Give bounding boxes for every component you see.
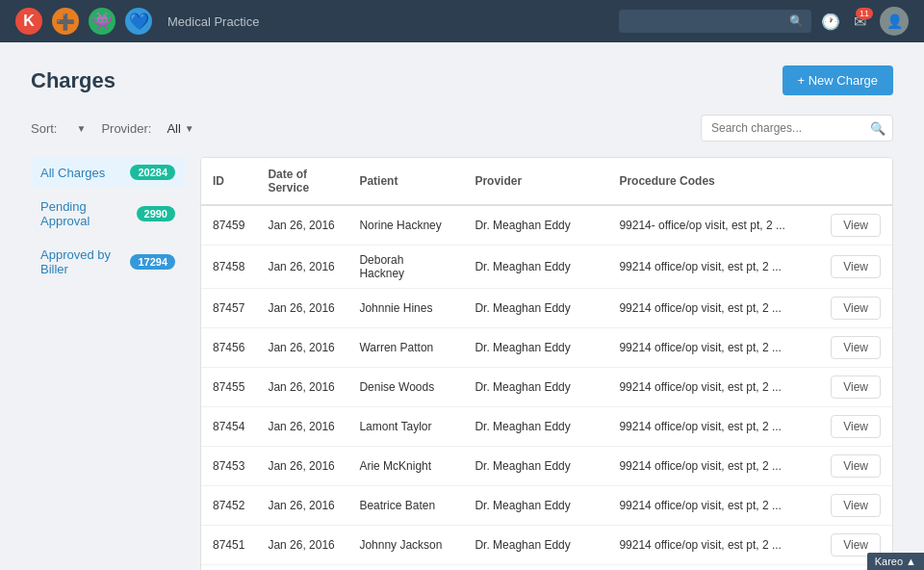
cell-provider: Dr. Meaghan Eddy (463, 565, 607, 571)
cell-date: Jan 26, 2016 (256, 246, 347, 289)
cell-patient: Warren Patton (347, 328, 463, 368)
sort-dropdown[interactable]: ▼ (72, 123, 86, 134)
col-header-action (819, 158, 892, 205)
history-button[interactable]: 🕐 (821, 13, 840, 31)
user-avatar[interactable]: 👤 (880, 7, 909, 36)
logo-k[interactable]: K (15, 8, 42, 35)
sidebar: All Charges 20284 Pending Approval 2990 … (31, 157, 185, 570)
cell-action: View (819, 486, 892, 526)
nav-icon-heart[interactable]: 💙 (125, 8, 152, 35)
sidebar-item-approved-biller[interactable]: Approved by Biller 17294 (31, 240, 185, 284)
notifications-button[interactable]: ✉ 11 (854, 13, 866, 31)
cell-provider: Dr. Meaghan Eddy (463, 486, 607, 526)
cell-codes: 99214 office/op visit, est pt, 2 ... (607, 526, 819, 565)
cell-provider: Dr. Meaghan Eddy (463, 328, 607, 368)
cell-action: View (819, 447, 892, 486)
cell-date: Jan 26, 2016 (256, 368, 347, 407)
bottom-bar-label: Kareo ▲ (875, 556, 916, 567)
view-button[interactable]: View (831, 336, 881, 359)
table-row: 87452 Jan 26, 2016 Beatrice Baten Dr. Me… (201, 486, 892, 526)
cell-codes: 99214 office/op visit, est pt, 2 ... (607, 328, 819, 368)
cell-codes: 99214 office/op visit, est pt, 2 ... (607, 565, 819, 571)
cell-provider: Dr. Meaghan Eddy (463, 526, 607, 565)
nav-icon-plus[interactable]: ➕ (52, 8, 79, 35)
cell-provider: Dr. Meaghan Eddy (463, 205, 607, 246)
cell-codes: 99214 office/op visit, est pt, 2 ... (607, 289, 819, 328)
table-row: 87456 Jan 26, 2016 Warren Patton Dr. Mea… (201, 328, 892, 368)
table-row: 87459 Jan 26, 2016 Norine Hackney Dr. Me… (201, 205, 892, 246)
cell-date: Jan 26, 2016 (256, 526, 347, 565)
provider-label: Provider: (101, 121, 151, 136)
view-button[interactable]: View (831, 297, 881, 320)
cell-id: 87455 (201, 368, 256, 407)
table-row: 87454 Jan 26, 2016 Lamont Taylor Dr. Mea… (201, 407, 892, 447)
cell-action: View (819, 328, 892, 368)
cell-patient: Johnny Jackson (347, 526, 463, 565)
cell-codes: 99214 office/op visit, est pt, 2 ... (607, 486, 819, 526)
filter-left: Sort: ▼ Provider: All ▼ (31, 121, 194, 136)
cell-provider: Dr. Meaghan Eddy (463, 289, 607, 328)
provider-dropdown[interactable]: All ▼ (167, 121, 193, 136)
sidebar-approved-badge: 17294 (130, 254, 175, 270)
cell-action: View (819, 368, 892, 407)
nav-actions: 🕐 ✉ 11 👤 (821, 7, 909, 36)
view-button[interactable]: View (831, 214, 881, 237)
provider-chevron-icon: ▼ (185, 123, 194, 134)
cell-patient: Denise Woods (347, 368, 463, 407)
cell-action: View (819, 246, 892, 289)
cell-id: 87450 (201, 565, 256, 571)
global-search-input[interactable] (619, 10, 811, 33)
cell-codes: 99214 office/op visit, est pt, 2 ... (607, 368, 819, 407)
view-button[interactable]: View (831, 376, 881, 399)
col-header-date: Date of Service (256, 158, 347, 205)
table-header: ID Date of Service Patient Provider Proc… (201, 158, 892, 205)
cell-id: 87457 (201, 289, 256, 328)
cell-provider: Dr. Meaghan Eddy (463, 368, 607, 407)
cell-date: Jan 26, 2016 (256, 205, 347, 246)
bottom-bar[interactable]: Kareo ▲ (867, 553, 924, 570)
cell-patient: Arie McKnight (347, 447, 463, 486)
cell-id: 87454 (201, 407, 256, 447)
nav-icon-alien[interactable]: 👾 (89, 8, 116, 35)
cell-patient: Dwayne Bell (347, 565, 463, 571)
sidebar-pending-label: Pending Approval (40, 199, 137, 228)
main-content: Charges + New Charge Sort: ▼ Provider: A… (0, 42, 924, 570)
sidebar-item-pending-approval[interactable]: Pending Approval 2990 (31, 192, 185, 236)
view-button[interactable]: View (831, 255, 881, 278)
top-navigation: K ➕ 👾 💙 Medical Practice 🔍 🕐 ✉ 11 👤 (0, 0, 924, 42)
col-header-provider: Provider (463, 158, 607, 205)
table-row: 87451 Jan 26, 2016 Johnny Jackson Dr. Me… (201, 526, 892, 565)
cell-id: 87459 (201, 205, 256, 246)
cell-date: Jan 26, 2016 (256, 328, 347, 368)
cell-patient: Johnnie Hines (347, 289, 463, 328)
cell-provider: Dr. Meaghan Eddy (463, 447, 607, 486)
new-charge-button[interactable]: + New Charge (783, 65, 893, 95)
cell-codes: 99214- office/op visit, est pt, 2 ... (607, 205, 819, 246)
cell-action: View (819, 407, 892, 447)
cell-id: 87453 (201, 447, 256, 486)
cell-action: View (819, 289, 892, 328)
cell-id: 87456 (201, 328, 256, 368)
table-row: 87457 Jan 26, 2016 Johnnie Hines Dr. Mea… (201, 289, 892, 328)
table-row: 87458 Jan 26, 2016 Deborah Hackney Dr. M… (201, 246, 892, 289)
view-button[interactable]: View (831, 494, 881, 517)
sort-label: Sort: (31, 121, 57, 136)
cell-date: Jan 26, 2016 (256, 447, 347, 486)
cell-provider: Dr. Meaghan Eddy (463, 407, 607, 447)
content-layout: All Charges 20284 Pending Approval 2990 … (31, 157, 893, 570)
page-header: Charges + New Charge (31, 65, 893, 95)
view-button[interactable]: View (831, 454, 881, 478)
table-body: 87459 Jan 26, 2016 Norine Hackney Dr. Me… (201, 205, 892, 570)
cell-date: Jan 26, 2016 (256, 486, 347, 526)
sidebar-approved-label: Approved by Biller (40, 247, 130, 276)
col-header-patient: Patient (347, 158, 463, 205)
sidebar-item-all-charges[interactable]: All Charges 20284 (31, 157, 185, 188)
provider-value: All (167, 121, 180, 136)
cell-codes: 99214 office/op visit, est pt, 2 ... (607, 447, 819, 486)
charges-search-input[interactable] (701, 115, 893, 142)
cell-date: Jan 26, 2016 (256, 565, 347, 571)
cell-id: 87452 (201, 486, 256, 526)
cell-id: 87458 (201, 246, 256, 289)
cell-id: 87451 (201, 526, 256, 565)
view-button[interactable]: View (831, 415, 881, 438)
